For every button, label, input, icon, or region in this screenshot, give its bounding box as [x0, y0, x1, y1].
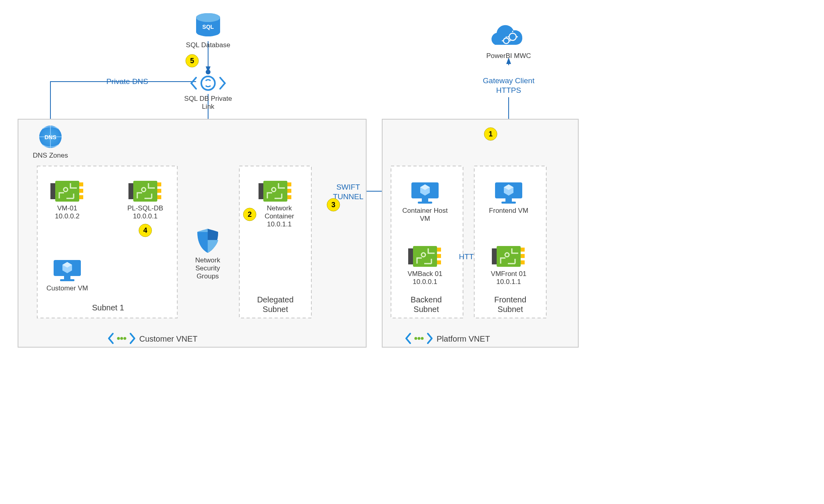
nc-name-1: Network — [267, 204, 292, 212]
vmback-ip: 10.0.0.1 — [413, 278, 437, 286]
svg-text:1: 1 — [489, 130, 493, 138]
vmback01-icon — [408, 246, 441, 267]
svg-text:DNS: DNS — [44, 134, 56, 140]
network-container-icon — [259, 181, 291, 202]
svg-text:2: 2 — [248, 210, 252, 218]
badge-1: 1 — [484, 128, 497, 140]
sql-db-private-link-icon — [191, 76, 225, 90]
dns-zones-label: DNS Zones — [33, 152, 68, 159]
subnet1-title: Subnet 1 — [92, 303, 124, 312]
plsql-ip: 10.0.0.1 — [133, 212, 157, 220]
svg-point-12 — [196, 13, 220, 22]
vmback-name: VMBack 01 — [408, 270, 443, 278]
svg-text:4: 4 — [143, 226, 147, 234]
sql-pl-label-2: Link — [202, 103, 215, 110]
frontend-title-1: Frontend — [494, 295, 526, 304]
platform-vnet-title: Platform VNET — [437, 334, 490, 343]
nsg-l1: Network — [195, 256, 221, 264]
svg-text:3: 3 — [331, 201, 335, 209]
swift-1: SWIFT — [336, 183, 360, 191]
delegated-title-1: Delegated — [257, 295, 293, 304]
svg-point-14 — [201, 76, 215, 90]
nc-name-2: Container — [265, 212, 294, 220]
customer-vm-label: Customer VM — [46, 284, 88, 292]
vm01-name: VM-01 — [57, 204, 77, 212]
frontend-title-2: Subnet — [497, 305, 523, 314]
powerbi-mwc-label: PowerBI MWC — [486, 52, 531, 60]
backend-title-1: Backend — [411, 295, 442, 304]
badge-5: 5 — [186, 54, 198, 67]
frontend-vm-label: Frontend VM — [489, 207, 528, 214]
sql-database-icon: SQL — [196, 13, 220, 36]
badge-2: 2 — [243, 208, 256, 221]
vm-01-icon — [50, 181, 83, 202]
nsg-l3: Groups — [196, 272, 219, 280]
badge-4: 4 — [139, 224, 152, 237]
badge-3: 3 — [327, 198, 340, 211]
host-1: Container Host — [402, 207, 448, 214]
svg-text:SQL: SQL — [202, 24, 214, 30]
plsql-name: PL-SQL-DB — [127, 204, 163, 212]
backend-title-2: Subnet — [413, 305, 439, 314]
dot-privatelink — [206, 70, 211, 74]
delegated-title-2: Subnet — [263, 305, 288, 314]
sql-database-label: SQL Database — [186, 41, 231, 49]
vmfront01-icon — [492, 246, 525, 267]
gateway-client-2: HTTPS — [496, 86, 521, 94]
customer-vnet-title: Customer VNET — [139, 334, 198, 343]
powerbi-mwc-icon — [491, 25, 522, 45]
gateway-client-1: Gateway Client — [483, 76, 535, 85]
nsg-l2: Security — [195, 264, 220, 272]
host-2: VM — [420, 215, 430, 222]
swift-2: TUNNEL — [333, 192, 363, 201]
svg-text:5: 5 — [190, 57, 194, 65]
sql-pl-label-1: SQL DB Private — [184, 95, 232, 102]
dns-zones-icon: DNS — [39, 126, 62, 148]
pl-sql-db-icon — [128, 181, 161, 202]
vmfront-ip: 10.0.1.1 — [496, 278, 521, 286]
nc-ip: 10.0.1.1 — [267, 220, 291, 228]
vm01-ip: 10.0.0.2 — [55, 212, 79, 220]
vmfront-name: VMFront 01 — [491, 270, 527, 278]
label-private-dns: Private DNS — [106, 77, 148, 86]
